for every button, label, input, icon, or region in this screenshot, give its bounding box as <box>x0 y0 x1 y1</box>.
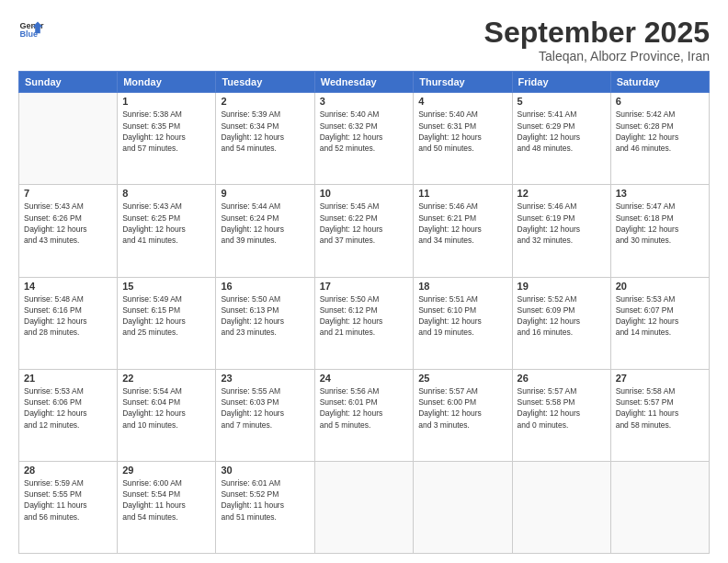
day-info: Sunrise: 5:58 AM Sunset: 5:57 PM Dayligh… <box>616 385 704 431</box>
calendar-cell: 4Sunrise: 5:40 AM Sunset: 6:31 PM Daylig… <box>414 93 512 185</box>
day-number: 6 <box>616 96 704 107</box>
day-info: Sunrise: 5:38 AM Sunset: 6:35 PM Dayligh… <box>122 109 210 154</box>
day-info: Sunrise: 5:56 AM Sunset: 6:01 PM Dayligh… <box>320 385 409 431</box>
col-thursday: Thursday <box>414 72 512 93</box>
day-info: Sunrise: 5:46 AM Sunset: 6:19 PM Dayligh… <box>518 201 606 246</box>
calendar-cell <box>414 461 512 553</box>
calendar-cell: 13Sunrise: 5:47 AM Sunset: 6:18 PM Dayli… <box>610 185 709 277</box>
calendar-cell: 24Sunrise: 5:56 AM Sunset: 6:01 PM Dayli… <box>314 369 414 461</box>
calendar-week-row: 1Sunrise: 5:38 AM Sunset: 6:35 PM Daylig… <box>19 93 710 185</box>
day-number: 17 <box>320 281 409 292</box>
calendar-cell: 19Sunrise: 5:52 AM Sunset: 6:09 PM Dayli… <box>512 277 610 369</box>
day-number: 27 <box>616 373 704 384</box>
day-number: 26 <box>518 373 606 384</box>
day-info: Sunrise: 5:50 AM Sunset: 6:13 PM Dayligh… <box>221 293 309 339</box>
calendar-table: Sunday Monday Tuesday Wednesday Thursday… <box>18 71 710 554</box>
day-info: Sunrise: 5:57 AM Sunset: 5:58 PM Dayligh… <box>518 385 606 431</box>
day-number: 8 <box>122 188 210 199</box>
day-number: 19 <box>518 281 606 292</box>
day-info: Sunrise: 5:46 AM Sunset: 6:21 PM Dayligh… <box>418 201 506 246</box>
calendar-header-row: Sunday Monday Tuesday Wednesday Thursday… <box>19 72 710 93</box>
calendar-cell <box>610 461 709 553</box>
calendar-cell: 25Sunrise: 5:57 AM Sunset: 6:00 PM Dayli… <box>414 369 512 461</box>
day-info: Sunrise: 5:43 AM Sunset: 6:25 PM Dayligh… <box>122 201 210 246</box>
calendar-cell: 6Sunrise: 5:42 AM Sunset: 6:28 PM Daylig… <box>610 93 709 185</box>
col-wednesday: Wednesday <box>314 72 414 93</box>
day-number: 16 <box>221 281 309 292</box>
title-block: September 2025 Taleqan, Alborz Province,… <box>484 17 710 63</box>
location-subtitle: Taleqan, Alborz Province, Iran <box>484 49 710 63</box>
calendar-cell: 12Sunrise: 5:46 AM Sunset: 6:19 PM Dayli… <box>512 185 610 277</box>
calendar-week-row: 21Sunrise: 5:53 AM Sunset: 6:06 PM Dayli… <box>19 369 710 461</box>
calendar-cell: 11Sunrise: 5:46 AM Sunset: 6:21 PM Dayli… <box>414 185 512 277</box>
calendar-cell: 16Sunrise: 5:50 AM Sunset: 6:13 PM Dayli… <box>216 277 314 369</box>
calendar-cell: 8Sunrise: 5:43 AM Sunset: 6:25 PM Daylig… <box>118 185 216 277</box>
day-number: 25 <box>418 373 506 384</box>
day-number: 10 <box>320 188 409 199</box>
day-number: 14 <box>24 281 112 292</box>
calendar-cell: 27Sunrise: 5:58 AM Sunset: 5:57 PM Dayli… <box>610 369 709 461</box>
day-info: Sunrise: 5:59 AM Sunset: 5:55 PM Dayligh… <box>24 477 112 523</box>
col-saturday: Saturday <box>610 72 709 93</box>
day-info: Sunrise: 5:41 AM Sunset: 6:29 PM Dayligh… <box>518 109 606 154</box>
calendar-cell <box>314 461 414 553</box>
header: General Blue September 2025 Taleqan, Alb… <box>18 17 710 63</box>
day-number: 15 <box>122 281 210 292</box>
day-number: 24 <box>320 373 409 384</box>
day-number: 29 <box>122 465 210 476</box>
calendar-cell: 14Sunrise: 5:48 AM Sunset: 6:16 PM Dayli… <box>19 277 118 369</box>
calendar-cell: 1Sunrise: 5:38 AM Sunset: 6:35 PM Daylig… <box>118 93 216 185</box>
day-number: 7 <box>24 188 112 199</box>
calendar-week-row: 28Sunrise: 5:59 AM Sunset: 5:55 PM Dayli… <box>19 461 710 553</box>
col-tuesday: Tuesday <box>216 72 314 93</box>
day-number: 28 <box>24 465 112 476</box>
calendar-cell: 10Sunrise: 5:45 AM Sunset: 6:22 PM Dayli… <box>314 185 414 277</box>
day-number: 3 <box>320 96 409 107</box>
day-info: Sunrise: 5:57 AM Sunset: 6:00 PM Dayligh… <box>418 385 506 431</box>
logo: General Blue <box>18 17 44 42</box>
calendar-cell <box>512 461 610 553</box>
calendar-cell: 22Sunrise: 5:54 AM Sunset: 6:04 PM Dayli… <box>118 369 216 461</box>
day-info: Sunrise: 5:48 AM Sunset: 6:16 PM Dayligh… <box>24 293 112 339</box>
day-info: Sunrise: 6:01 AM Sunset: 5:52 PM Dayligh… <box>221 477 309 523</box>
calendar-cell: 28Sunrise: 5:59 AM Sunset: 5:55 PM Dayli… <box>19 461 118 553</box>
calendar-cell: 20Sunrise: 5:53 AM Sunset: 6:07 PM Dayli… <box>610 277 709 369</box>
day-info: Sunrise: 5:44 AM Sunset: 6:24 PM Dayligh… <box>221 201 309 246</box>
calendar-cell: 9Sunrise: 5:44 AM Sunset: 6:24 PM Daylig… <box>216 185 314 277</box>
calendar-cell: 18Sunrise: 5:51 AM Sunset: 6:10 PM Dayli… <box>414 277 512 369</box>
page: General Blue September 2025 Taleqan, Alb… <box>0 0 728 563</box>
day-number: 12 <box>518 188 606 199</box>
month-title: September 2025 <box>484 17 710 49</box>
day-number: 13 <box>616 188 704 199</box>
calendar-cell: 2Sunrise: 5:39 AM Sunset: 6:34 PM Daylig… <box>216 93 314 185</box>
calendar-week-row: 7Sunrise: 5:43 AM Sunset: 6:26 PM Daylig… <box>19 185 710 277</box>
day-info: Sunrise: 5:42 AM Sunset: 6:28 PM Dayligh… <box>616 109 704 154</box>
calendar-cell: 17Sunrise: 5:50 AM Sunset: 6:12 PM Dayli… <box>314 277 414 369</box>
day-info: Sunrise: 5:47 AM Sunset: 6:18 PM Dayligh… <box>616 201 704 246</box>
day-info: Sunrise: 5:43 AM Sunset: 6:26 PM Dayligh… <box>24 201 112 246</box>
day-number: 23 <box>221 373 309 384</box>
day-number: 21 <box>24 373 112 384</box>
day-info: Sunrise: 5:53 AM Sunset: 6:07 PM Dayligh… <box>616 293 704 339</box>
day-number: 30 <box>221 465 309 476</box>
day-info: Sunrise: 5:54 AM Sunset: 6:04 PM Dayligh… <box>122 385 210 431</box>
calendar-cell: 7Sunrise: 5:43 AM Sunset: 6:26 PM Daylig… <box>19 185 118 277</box>
calendar-cell: 26Sunrise: 5:57 AM Sunset: 5:58 PM Dayli… <box>512 369 610 461</box>
calendar-cell: 23Sunrise: 5:55 AM Sunset: 6:03 PM Dayli… <box>216 369 314 461</box>
day-number: 4 <box>418 96 506 107</box>
day-number: 11 <box>418 188 506 199</box>
col-monday: Monday <box>118 72 216 93</box>
day-number: 2 <box>221 96 309 107</box>
day-info: Sunrise: 5:53 AM Sunset: 6:06 PM Dayligh… <box>24 385 112 431</box>
day-number: 20 <box>616 281 704 292</box>
logo-icon: General Blue <box>18 17 44 42</box>
calendar-cell: 5Sunrise: 5:41 AM Sunset: 6:29 PM Daylig… <box>512 93 610 185</box>
calendar-cell: 21Sunrise: 5:53 AM Sunset: 6:06 PM Dayli… <box>19 369 118 461</box>
day-info: Sunrise: 5:45 AM Sunset: 6:22 PM Dayligh… <box>320 201 409 246</box>
calendar-cell: 3Sunrise: 5:40 AM Sunset: 6:32 PM Daylig… <box>314 93 414 185</box>
day-info: Sunrise: 5:40 AM Sunset: 6:32 PM Dayligh… <box>320 109 409 154</box>
svg-text:Blue: Blue <box>19 29 38 39</box>
day-number: 9 <box>221 188 309 199</box>
day-number: 22 <box>122 373 210 384</box>
col-sunday: Sunday <box>19 72 118 93</box>
